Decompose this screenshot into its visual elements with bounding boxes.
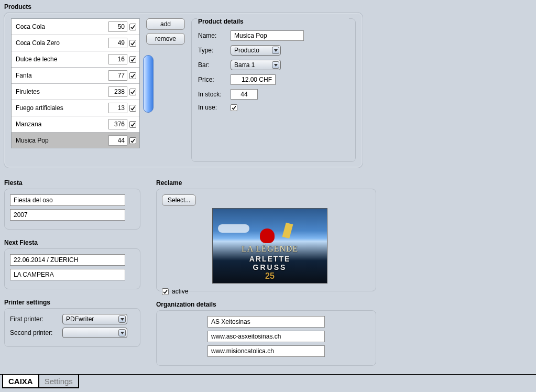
- decoration: [218, 224, 249, 233]
- detail-price-label: Price:: [198, 76, 227, 83]
- product-checkbox[interactable]: [129, 121, 136, 128]
- detail-stock-field[interactable]: [231, 89, 258, 100]
- org-field-2[interactable]: [207, 331, 325, 342]
- reclame-select-button[interactable]: Select...: [162, 194, 196, 206]
- product-qty[interactable]: 16: [108, 54, 127, 64]
- product-name: Coca Cola: [16, 23, 108, 30]
- detail-bar-select[interactable]: Barra 1: [231, 60, 281, 70]
- tab-settings[interactable]: Settings: [38, 375, 79, 388]
- product-name: Fanta: [16, 72, 108, 79]
- product-checkbox[interactable]: [129, 24, 136, 30]
- first-printer-label: First printer:: [10, 315, 58, 323]
- reclame-image: LA LÉGENDE ARLETTE GRUSS 25: [212, 208, 327, 284]
- decoration: [282, 223, 293, 239]
- product-list: Coca Cola50Coca Cola Zero49Dulce de lech…: [11, 18, 140, 148]
- chevron-down-icon: [272, 47, 279, 54]
- reclame-active-checkbox[interactable]: [162, 288, 169, 295]
- product-row[interactable]: Coca Cola50: [12, 19, 139, 35]
- tab-bar: CAIXA Settings: [0, 374, 536, 392]
- product-name: Manzana: [16, 121, 108, 128]
- detail-type-label: Type:: [198, 47, 227, 54]
- reclame-image-text: GRUSS: [213, 263, 327, 271]
- remove-button[interactable]: remove: [146, 33, 185, 45]
- svg-marker-2: [121, 318, 124, 321]
- product-checkbox[interactable]: [129, 89, 136, 95]
- product-name: Fuego artificiales: [16, 104, 108, 112]
- org-field-1[interactable]: [207, 316, 325, 328]
- detail-price-field[interactable]: [231, 74, 276, 85]
- reclame-image-text: 25: [213, 271, 327, 281]
- fiesta-field-2[interactable]: [10, 209, 125, 221]
- svg-marker-0: [274, 49, 278, 52]
- first-printer-select[interactable]: PDFwriter: [62, 314, 127, 324]
- add-button[interactable]: add: [146, 18, 185, 30]
- reclame-panel: Select... LA LÉGENDE ARLETTE GRUSS 25 ac…: [156, 189, 376, 291]
- svg-marker-3: [121, 332, 124, 334]
- reclame-active-label: active: [172, 288, 188, 295]
- svg-marker-1: [274, 64, 278, 67]
- printer-title: Printer settings: [4, 299, 140, 306]
- product-checkbox[interactable]: [129, 105, 136, 112]
- product-row[interactable]: Fanta77: [12, 68, 139, 84]
- product-checkbox[interactable]: [129, 137, 136, 144]
- product-checkbox[interactable]: [129, 56, 136, 63]
- detail-inuse-checkbox[interactable]: [231, 104, 237, 111]
- product-name: Musica Pop: [16, 137, 108, 144]
- fiesta-field-1[interactable]: [10, 194, 125, 206]
- next-fiesta-title: Next Fiesta: [4, 239, 140, 246]
- first-printer-value: PDFwriter: [66, 315, 94, 323]
- detail-bar-value: Barra 1: [234, 61, 255, 69]
- printer-panel: First printer: PDFwriter Second printer:: [4, 308, 140, 347]
- second-printer-label: Second printer:: [10, 329, 58, 336]
- org-field-3[interactable]: [207, 345, 325, 357]
- product-qty[interactable]: 50: [108, 21, 127, 32]
- reclame-title: Reclame: [156, 179, 376, 187]
- chevron-down-icon: [118, 315, 126, 323]
- tab-caixa[interactable]: CAIXA: [2, 375, 39, 388]
- detail-bar-label: Bar:: [198, 61, 227, 69]
- scrollbar-thumb[interactable]: [143, 55, 154, 113]
- product-row[interactable]: Musica Pop44: [12, 133, 139, 148]
- product-row[interactable]: Dulce de leche16: [12, 51, 139, 68]
- product-qty[interactable]: 13: [108, 103, 127, 113]
- detail-inuse-label: In use:: [198, 104, 227, 111]
- product-details-panel: Product details Name: Type: Producto Bar…: [191, 18, 356, 162]
- product-qty[interactable]: 376: [108, 119, 127, 129]
- product-qty[interactable]: 77: [108, 70, 127, 81]
- products-panel: Coca Cola50Coca Cola Zero49Dulce de lech…: [4, 13, 363, 168]
- next-fiesta-field-1[interactable]: [10, 254, 125, 266]
- chevron-down-icon: [118, 329, 126, 336]
- detail-type-value: Producto: [234, 47, 259, 54]
- product-checkbox[interactable]: [129, 40, 136, 47]
- product-checkbox[interactable]: [129, 72, 136, 79]
- product-name: Firuletes: [16, 88, 108, 95]
- product-row[interactable]: Fuego artificiales13: [12, 100, 139, 116]
- next-fiesta-field-2[interactable]: [10, 269, 125, 280]
- detail-name-label: Name:: [198, 32, 227, 39]
- product-name: Dulce de leche: [16, 56, 108, 63]
- product-details-title: Product details: [197, 18, 349, 25]
- next-fiesta-panel: [4, 248, 140, 289]
- reclame-image-text: LA LÉGENDE: [213, 244, 327, 254]
- decoration: [260, 228, 275, 243]
- product-qty[interactable]: 44: [108, 135, 127, 146]
- detail-name-field[interactable]: [231, 30, 304, 41]
- org-title: Organization details: [156, 301, 376, 308]
- product-name: Coca Cola Zero: [16, 39, 108, 47]
- product-qty[interactable]: 238: [108, 86, 127, 97]
- fiesta-panel: [4, 189, 140, 230]
- second-printer-select[interactable]: [62, 328, 127, 338]
- product-row[interactable]: Coca Cola Zero49: [12, 35, 139, 51]
- product-row[interactable]: Firuletes238: [12, 84, 139, 100]
- fiesta-title: Fiesta: [4, 179, 140, 187]
- product-row[interactable]: Manzana376: [12, 116, 139, 133]
- chevron-down-icon: [272, 61, 279, 69]
- detail-type-select[interactable]: Producto: [231, 45, 281, 56]
- detail-stock-label: In stock:: [198, 91, 227, 98]
- reclame-image-text: ARLETTE: [213, 255, 327, 263]
- org-panel: [156, 310, 376, 366]
- product-qty[interactable]: 49: [108, 38, 127, 48]
- products-title: Products: [0, 3, 536, 10]
